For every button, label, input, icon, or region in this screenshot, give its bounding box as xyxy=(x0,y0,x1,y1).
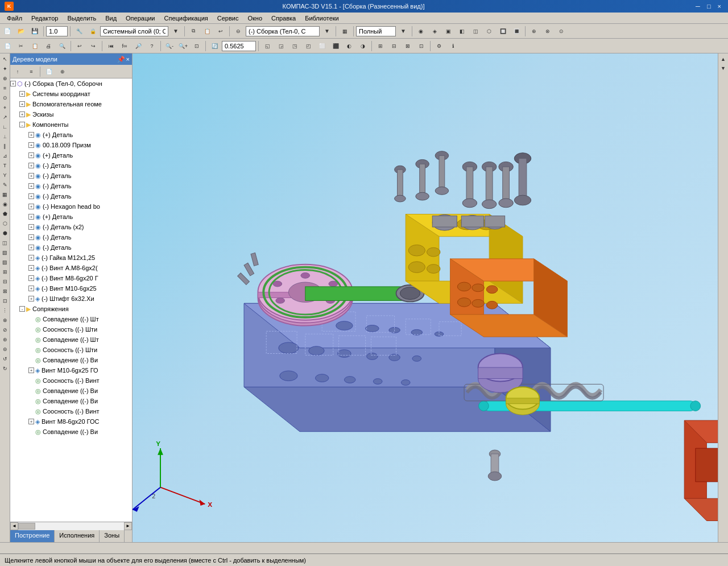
tree-item[interactable]: +◉(-) Деталь xyxy=(10,191,132,201)
tb2-view6[interactable]: ⬛ xyxy=(329,40,342,52)
viewport[interactable]: X Y Z 2 xyxy=(133,53,718,542)
side-btn-18[interactable]: ⬡ xyxy=(1,219,10,228)
render-btn2[interactable]: ◈ xyxy=(428,25,441,38)
tree-item[interactable]: +▶Эскизы xyxy=(10,109,132,119)
assembly-select[interactable]: (-) Сборка (Тел-0, С xyxy=(246,26,320,36)
filter-btn[interactable]: ⊖ xyxy=(232,25,245,38)
render-btn1[interactable]: ◉ xyxy=(415,25,427,38)
layer-select[interactable]: Системный слой (0; С xyxy=(100,26,168,36)
side-btn-24[interactable]: ⊟ xyxy=(1,277,10,286)
side-btn-12[interactable]: T xyxy=(1,161,10,170)
titlebar-controls[interactable]: ─ □ × xyxy=(693,3,723,10)
side-btn-10[interactable]: ∥ xyxy=(1,142,10,151)
tree-item[interactable]: ◎Соосность ((-) Шти xyxy=(10,345,132,355)
tb2-view4[interactable]: ◰ xyxy=(302,40,315,52)
menu-libraries[interactable]: Библиотеки xyxy=(300,14,344,23)
tree-item[interactable]: +◉(-) Деталь xyxy=(10,181,132,191)
tab-exec[interactable]: Исполнения xyxy=(55,530,100,542)
side-btn-2[interactable]: ✦ xyxy=(1,64,10,73)
extra-btn1[interactable]: ⊕ xyxy=(528,25,540,38)
tb2-view3[interactable]: ◳ xyxy=(288,40,301,52)
side-btn-1[interactable]: ↖ xyxy=(1,55,10,64)
tb2-btn4[interactable]: 🖨 xyxy=(42,40,55,52)
tree-item[interactable]: +◈(-) Винт М8-6gx20 Г xyxy=(10,273,132,283)
tb2-btn10[interactable]: 🔎 xyxy=(132,40,144,52)
tree-item[interactable]: +◉(-) Деталь xyxy=(10,171,132,181)
menu-select[interactable]: Выделить xyxy=(63,14,101,23)
view-icons-btn[interactable]: ▦ xyxy=(338,25,351,38)
tb2-info[interactable]: ℹ xyxy=(446,40,459,52)
tb2-btn8[interactable]: ⏮ xyxy=(105,40,117,52)
tree-item[interactable]: +◉(-) Деталь xyxy=(10,160,132,171)
zoom-value[interactable]: 0.5625 xyxy=(222,41,256,51)
tb2-btn3[interactable]: 📋 xyxy=(28,40,41,52)
tree-item[interactable]: +◉(-) Деталь (x2) xyxy=(10,222,132,232)
tree-item[interactable]: ◎Совпадение ((-) Шт xyxy=(10,314,132,324)
side-btn-31[interactable]: ⊜ xyxy=(1,345,10,354)
tree-item[interactable]: +◉(+) Деталь xyxy=(10,150,132,160)
menu-spec[interactable]: Спецификация xyxy=(160,14,213,23)
copy-btn[interactable]: ⧉ xyxy=(187,25,200,38)
layer-drop[interactable]: ▼ xyxy=(169,25,182,38)
tree-item[interactable]: ◎Совпадение ((-) Ви xyxy=(10,386,132,396)
side-btn-22[interactable]: ▨ xyxy=(1,258,10,267)
tree-item[interactable]: +◉00.18.009 Призм xyxy=(10,140,132,150)
scroll-left-btn[interactable]: ◄ xyxy=(10,522,18,530)
tb2-settings[interactable]: ⚙ xyxy=(433,40,445,52)
tree-tb-btn2[interactable]: ≡ xyxy=(25,65,38,78)
tb2-view1[interactable]: ◱ xyxy=(261,40,274,52)
side-btn-21[interactable]: ▧ xyxy=(1,248,10,257)
menu-window[interactable]: Окно xyxy=(243,14,267,23)
side-btn-30[interactable]: ⊛ xyxy=(1,335,10,344)
tree-pin-btn[interactable]: 📌 xyxy=(117,56,125,63)
zoom-out-btn[interactable]: 🔍- xyxy=(163,40,176,52)
close-button[interactable]: × xyxy=(715,3,723,10)
side-btn-19[interactable]: ⬢ xyxy=(1,229,10,238)
render-btn6[interactable]: ⬡ xyxy=(483,25,495,38)
zoom-in-btn[interactable]: 🔍+ xyxy=(177,40,189,52)
tree-item[interactable]: +◈Винт М10-6gx25 ГО xyxy=(10,365,132,375)
tab-zones[interactable]: Зоны xyxy=(100,530,125,542)
side-btn-32[interactable]: ↺ xyxy=(1,354,10,363)
tab-build[interactable]: Построение xyxy=(10,530,55,542)
side-btn-26[interactable]: ⊡ xyxy=(1,296,10,305)
render-btn3[interactable]: ▣ xyxy=(442,25,454,38)
side-btn-5[interactable]: ⊙ xyxy=(1,93,10,102)
side-btn-33[interactable]: ↻ xyxy=(1,364,10,373)
tree-item[interactable]: +◉(-) Деталь xyxy=(10,232,132,242)
menu-help[interactable]: Справка xyxy=(267,14,300,23)
side-btn-29[interactable]: ⊘ xyxy=(1,325,10,334)
tree-item[interactable]: ◎Совпадение ((-) Ви xyxy=(10,427,132,437)
scroll-right-btn[interactable]: ► xyxy=(124,522,132,530)
tree-item[interactable]: +◉(+) Деталь xyxy=(10,130,132,140)
tree-item[interactable]: +◈(-) Винт М10-6gx25 xyxy=(10,283,132,294)
tb2-btn6[interactable]: ↩ xyxy=(73,40,86,52)
render-btn5[interactable]: ◫ xyxy=(469,25,482,38)
side-btn-11[interactable]: ⊿ xyxy=(1,151,10,160)
tree-item[interactable]: +◉(-) Деталь xyxy=(10,242,132,253)
tree-content[interactable]: +⬡(-) Сборка (Тел-0, Сборочн+▶Системы ко… xyxy=(10,79,132,522)
tree-item[interactable]: ◎Совпадение ((-) Ви xyxy=(10,396,132,406)
tb2-extra4[interactable]: ⊡ xyxy=(415,40,428,52)
side-btn-16[interactable]: ◉ xyxy=(1,200,10,209)
tree-item[interactable]: +◈(-) Гайка М12х1,25 xyxy=(10,253,132,263)
side-btn-3[interactable]: ⊕ xyxy=(1,74,10,83)
side-btn-25[interactable]: ⊠ xyxy=(1,287,10,296)
side-btn-4[interactable]: ≡ xyxy=(1,84,10,93)
tree-item[interactable]: ◎Соосность ((-) Шти xyxy=(10,324,132,334)
tb2-btn11[interactable]: ? xyxy=(146,40,158,52)
tree-item[interactable]: ◎Совпадение ((-) Ви xyxy=(10,355,132,365)
menu-operations[interactable]: Операции xyxy=(121,14,159,23)
undo-btn[interactable]: ↩ xyxy=(214,25,227,38)
paste-btn[interactable]: 📋 xyxy=(201,25,213,38)
menu-view[interactable]: Вид xyxy=(101,14,121,23)
tree-item[interactable]: +◈(-) Винт А.М8-6gx2( xyxy=(10,263,132,273)
menu-service[interactable]: Сервис xyxy=(213,14,243,23)
tb2-view5[interactable]: ⬜ xyxy=(316,40,328,52)
render-btn4[interactable]: ◧ xyxy=(456,25,468,38)
tree-item[interactable]: -▶Компоненты xyxy=(10,119,132,130)
maximize-button[interactable]: □ xyxy=(705,3,713,10)
side-btn-8[interactable]: ∟ xyxy=(1,122,10,131)
tree-item[interactable]: ◎Соосность ((-) Винт xyxy=(10,375,132,386)
minimize-button[interactable]: ─ xyxy=(693,3,702,10)
